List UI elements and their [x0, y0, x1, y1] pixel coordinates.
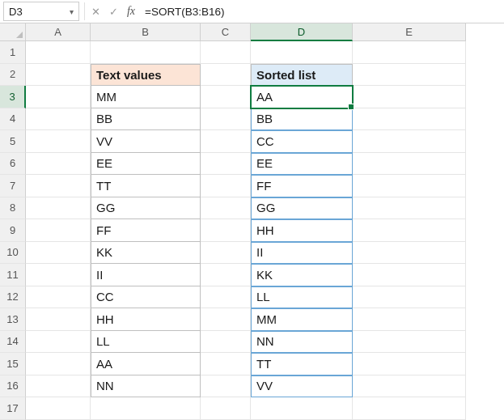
fx-icon[interactable]: fx	[122, 2, 140, 20]
cell-A17[interactable]	[26, 397, 91, 420]
row-header-2[interactable]: 2	[0, 64, 26, 87]
cell-B11[interactable]: II	[91, 264, 201, 286]
row-header-11[interactable]: 11	[0, 264, 26, 286]
cell-D1[interactable]	[251, 41, 353, 64]
cell-C11[interactable]	[201, 264, 251, 286]
cell-E14[interactable]	[353, 331, 466, 354]
cell-C1[interactable]	[201, 41, 251, 64]
cell-D16[interactable]: VV	[251, 375, 353, 398]
col-header-B[interactable]: B	[91, 23, 201, 41]
cell-C8[interactable]	[201, 197, 251, 220]
cell-B5[interactable]: VV	[91, 130, 201, 153]
cell-E5[interactable]	[353, 130, 466, 153]
cell-A10[interactable]	[26, 242, 91, 265]
cell-A7[interactable]	[26, 175, 91, 197]
cell-C13[interactable]	[201, 308, 251, 331]
col-header-D[interactable]: D	[251, 23, 353, 41]
cell-B2[interactable]: Text values	[91, 64, 201, 87]
cell-C12[interactable]	[201, 286, 251, 309]
formula-input[interactable]: =SORT(B3:B16)	[140, 2, 504, 21]
cell-E12[interactable]	[353, 286, 466, 309]
row-header-10[interactable]: 10	[0, 242, 26, 265]
cell-E11[interactable]	[353, 264, 466, 286]
cell-A6[interactable]	[26, 153, 91, 176]
cell-C6[interactable]	[201, 153, 251, 176]
cell-E16[interactable]	[353, 375, 466, 398]
cell-E6[interactable]	[353, 153, 466, 176]
cell-C14[interactable]	[201, 331, 251, 354]
row-header-9[interactable]: 9	[0, 219, 26, 242]
cell-B13[interactable]: HH	[91, 308, 201, 331]
cell-B3[interactable]: MM	[91, 86, 201, 108]
cell-D10[interactable]: II	[251, 242, 353, 265]
cell-B9[interactable]: FF	[91, 219, 201, 242]
row-header-16[interactable]: 16	[0, 375, 26, 398]
cell-E3[interactable]	[353, 86, 466, 108]
cell-C17[interactable]	[201, 397, 251, 420]
cell-D17[interactable]	[251, 397, 353, 420]
name-box[interactable]: D3 ▾	[3, 2, 79, 21]
cell-C2[interactable]	[201, 64, 251, 87]
cell-E17[interactable]	[353, 397, 466, 420]
cells-area[interactable]: Text valuesSorted listMMAABBBBVVCCEEEETT…	[26, 41, 504, 420]
cell-A9[interactable]	[26, 219, 91, 242]
cell-B6[interactable]: EE	[91, 153, 201, 176]
enter-icon[interactable]: ✓	[104, 2, 122, 20]
col-header-E[interactable]: E	[353, 23, 466, 41]
cell-D2[interactable]: Sorted list	[251, 64, 353, 87]
row-header-17[interactable]: 17	[0, 397, 26, 420]
row-header-13[interactable]: 13	[0, 308, 26, 331]
cell-D9[interactable]: HH	[251, 219, 353, 242]
row-header-3[interactable]: 3	[0, 86, 26, 108]
cell-E10[interactable]	[353, 242, 466, 265]
cell-A16[interactable]	[26, 375, 91, 398]
cell-B12[interactable]: CC	[91, 286, 201, 309]
cell-D5[interactable]: CC	[251, 130, 353, 153]
cell-E15[interactable]	[353, 353, 466, 375]
cell-B15[interactable]: AA	[91, 353, 201, 375]
cell-D13[interactable]: MM	[251, 308, 353, 331]
cell-B1[interactable]	[91, 41, 201, 64]
row-header-5[interactable]: 5	[0, 130, 26, 153]
row-header-14[interactable]: 14	[0, 331, 26, 354]
col-header-C[interactable]: C	[201, 23, 251, 41]
cell-B8[interactable]: GG	[91, 197, 201, 220]
cell-C15[interactable]	[201, 353, 251, 375]
cell-A12[interactable]	[26, 286, 91, 309]
cell-C3[interactable]	[201, 86, 251, 108]
select-all-corner[interactable]	[0, 23, 26, 41]
cell-E4[interactable]	[353, 108, 466, 131]
cell-E13[interactable]	[353, 308, 466, 331]
cell-A11[interactable]	[26, 264, 91, 286]
cell-A8[interactable]	[26, 197, 91, 220]
cell-D14[interactable]: NN	[251, 331, 353, 354]
cell-D3[interactable]: AA	[251, 86, 353, 108]
cell-D8[interactable]: GG	[251, 197, 353, 220]
cell-A2[interactable]	[26, 64, 91, 87]
row-header-4[interactable]: 4	[0, 108, 26, 131]
cell-C10[interactable]	[201, 242, 251, 265]
row-header-15[interactable]: 15	[0, 353, 26, 375]
cell-A14[interactable]	[26, 331, 91, 354]
cell-B4[interactable]: BB	[91, 108, 201, 131]
cell-C5[interactable]	[201, 130, 251, 153]
cell-B17[interactable]	[91, 397, 201, 420]
cell-C9[interactable]	[201, 219, 251, 242]
cell-A1[interactable]	[26, 41, 91, 64]
cell-A3[interactable]	[26, 86, 91, 108]
chevron-down-icon[interactable]: ▾	[70, 7, 74, 16]
col-header-A[interactable]: A	[26, 23, 91, 41]
cell-E8[interactable]	[353, 197, 466, 220]
cell-D15[interactable]: TT	[251, 353, 353, 375]
cell-D12[interactable]: LL	[251, 286, 353, 309]
cell-E1[interactable]	[353, 41, 466, 64]
cell-E2[interactable]	[353, 64, 466, 87]
cell-B14[interactable]: LL	[91, 331, 201, 354]
cell-A13[interactable]	[26, 308, 91, 331]
cell-A4[interactable]	[26, 108, 91, 131]
cell-A15[interactable]	[26, 353, 91, 375]
row-header-12[interactable]: 12	[0, 286, 26, 309]
cell-E7[interactable]	[353, 175, 466, 197]
cell-C16[interactable]	[201, 375, 251, 398]
cancel-icon[interactable]: ✕	[87, 2, 104, 20]
